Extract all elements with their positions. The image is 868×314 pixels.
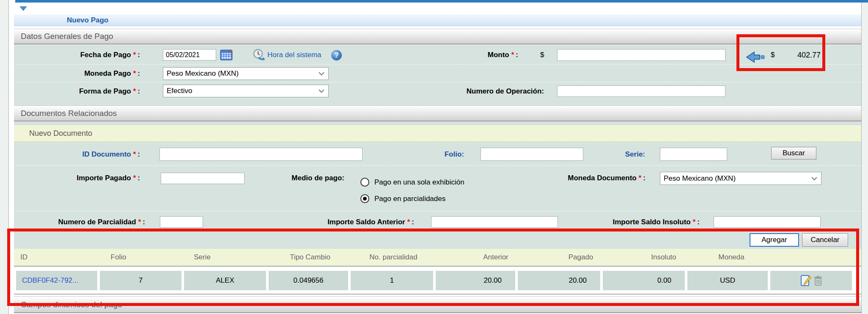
- moneda-documento-select[interactable]: Peso Mexicano (MXN): [660, 172, 821, 185]
- help-icon[interactable]: ?: [331, 50, 342, 61]
- chevron-down-icon: [811, 176, 818, 181]
- agregar-button[interactable]: Agregar: [750, 233, 799, 247]
- column-header-tipo-cambio: Tipo Cambio: [290, 249, 330, 266]
- row-id-folio-serie: ID Documento*: Folio: Serie: Buscar: [14, 142, 861, 165]
- cell-insoluto: 0.00: [603, 271, 685, 290]
- fecha-de-pago-input[interactable]: [163, 49, 216, 61]
- edit-row-icon[interactable]: [799, 274, 812, 287]
- hint-currency-symbol: $: [771, 45, 775, 65]
- calendar-icon[interactable]: [220, 50, 233, 61]
- row-forma-operacion: Forma de Pago*: Efectivo Numero de Opera…: [14, 82, 861, 99]
- moneda-pago-select[interactable]: Peso Mexicano (MXN): [163, 67, 329, 80]
- column-header-anterior: Anterior: [483, 249, 508, 266]
- section-header-documentos-relacionados: Documentos Relacionados: [14, 105, 861, 121]
- row-parcialidad-saldos: Numero de Parcialidad*: Importe Saldo An…: [14, 211, 861, 232]
- collapse-triangle-icon[interactable]: [19, 6, 27, 11]
- numero-parcialidad-input[interactable]: [160, 216, 203, 228]
- fecha-de-pago-label: Fecha de Pago*:: [14, 45, 140, 65]
- apply-amount-arrow-icon[interactable]: [746, 51, 765, 63]
- page-title: Nuevo Pago: [67, 14, 108, 26]
- section-title: Datos Generales de Pago: [21, 32, 113, 41]
- column-header-no-parcialidad: No. parcialidad: [369, 249, 417, 266]
- numero-parcialidad-label: Numero de Parcialidad*:: [14, 212, 145, 233]
- hora-del-sistema-link[interactable]: Hora del sistema: [267, 45, 321, 65]
- saldo-insoluto-label: Importe Saldo Insoluto*:: [567, 212, 700, 233]
- cancelar-button[interactable]: Cancelar: [802, 233, 848, 247]
- chevron-down-icon: [318, 72, 325, 76]
- cell-actions: [770, 271, 852, 290]
- document-id-link[interactable]: CDBF0F42-792...: [22, 276, 78, 285]
- saldo-anterior-input[interactable]: [431, 216, 558, 228]
- divider-line: [14, 294, 861, 295]
- saldo-insoluto-input[interactable]: [714, 216, 821, 228]
- forma-de-pago-label: Forma de Pago*:: [14, 83, 140, 100]
- monto-input[interactable]: [557, 49, 725, 61]
- documents-table-header: ID Folio Serie Tipo Cambio No. parcialid…: [14, 249, 861, 267]
- column-header-insoluto: Insoluto: [651, 249, 676, 266]
- id-documento-input[interactable]: [159, 148, 363, 161]
- folio-label: Folio:: [373, 143, 464, 166]
- medio-de-pago-label: Medio de pago:: [220, 166, 344, 190]
- payment-form-page: Nuevo Pago Datos Generales de Pago Fecha…: [0, 0, 868, 314]
- cell-pagado: 20.00: [518, 271, 600, 290]
- system-clock-icon[interactable]: [253, 49, 266, 61]
- panel-left-border: [8, 0, 9, 314]
- serie-label: Serie:: [559, 143, 645, 166]
- section-title: Campos dinamicos del pago: [21, 300, 122, 309]
- suggested-amount-value: 402.77: [780, 45, 821, 65]
- cell-no-parcialidad: 1: [351, 271, 433, 290]
- cell-folio: 7: [100, 271, 181, 290]
- chevron-down-icon: [318, 89, 325, 93]
- monto-label: Monto*:: [368, 45, 518, 65]
- moneda-pago-label: Moneda Pago*:: [14, 65, 140, 83]
- numero-operacion-input[interactable]: [557, 85, 725, 97]
- radio-label-una-exhibicion[interactable]: Pago en una sola exhibición: [374, 178, 464, 187]
- row-fecha-monto: Fecha de Pago*: Hora del sistema ? Monto…: [14, 44, 861, 64]
- cell-tipo-cambio: 0.049656: [269, 271, 348, 290]
- saldo-anterior-label: Importe Saldo Anterior*:: [280, 212, 414, 233]
- right-margin: [862, 0, 868, 314]
- moneda-documento-label: Moneda Documento*:: [474, 166, 646, 190]
- row-buttons: Agregar Cancelar: [14, 232, 861, 249]
- monto-currency-symbol: $: [540, 45, 544, 65]
- column-header-pagado: Pagado: [569, 249, 593, 266]
- numero-operacion-label: Numero de Operación:: [347, 83, 544, 100]
- section-header-campos-dinamicos: Campos dinamicos del pago: [14, 296, 861, 313]
- buscar-button[interactable]: Buscar: [771, 147, 816, 160]
- table-row: CDBF0F42-792... 7 ALEX 0.049656 1 20.00 …: [14, 271, 861, 290]
- column-header-id: ID: [20, 249, 27, 266]
- panel-right-border: [861, 0, 862, 314]
- section-title: Documentos Relacionados: [21, 109, 117, 118]
- serie-input[interactable]: [660, 148, 727, 161]
- radio-pago-parcialidades[interactable]: [360, 194, 369, 203]
- cell-id: CDBF0F42-792...: [16, 271, 97, 290]
- title-bar: Nuevo Pago: [14, 14, 861, 26]
- id-documento-label: ID Documento*:: [14, 143, 140, 166]
- cell-moneda: USD: [687, 271, 768, 290]
- spacer: [14, 121, 861, 125]
- row-importe-medio-moneda: Importe Pagado*: Medio de pago: Pago en …: [14, 165, 861, 211]
- radio-pago-una-exhibicion[interactable]: [360, 178, 369, 187]
- subsection-header-nuevo-documento: Nuevo Documento: [14, 125, 861, 142]
- cell-serie: ALEX: [184, 271, 266, 290]
- subsection-title: Nuevo Documento: [29, 129, 92, 138]
- column-header-moneda: Moneda: [718, 249, 744, 266]
- datos-generales-body: Fecha de Pago*: Hora del sistema ? Monto…: [14, 44, 861, 105]
- nuevo-documento-body: ID Documento*: Folio: Serie: Buscar Impo…: [14, 142, 861, 249]
- column-header-folio: Folio: [111, 249, 126, 266]
- importe-pagado-label: Importe Pagado*:: [14, 166, 140, 190]
- forma-de-pago-select[interactable]: Efectivo: [163, 85, 329, 97]
- cell-anterior: 20.00: [436, 271, 515, 290]
- delete-row-icon[interactable]: [813, 275, 823, 286]
- column-header-serie: Serie: [194, 249, 211, 266]
- section-header-datos-generales: Datos Generales de Pago: [14, 29, 861, 44]
- top-blue-strip: [15, 0, 868, 3]
- radio-label-parcialidades[interactable]: Pago en parcialidades: [374, 194, 445, 204]
- left-margin: [0, 0, 8, 314]
- row-moneda-pago: Moneda Pago*: Peso Mexicano (MXN): [14, 64, 861, 82]
